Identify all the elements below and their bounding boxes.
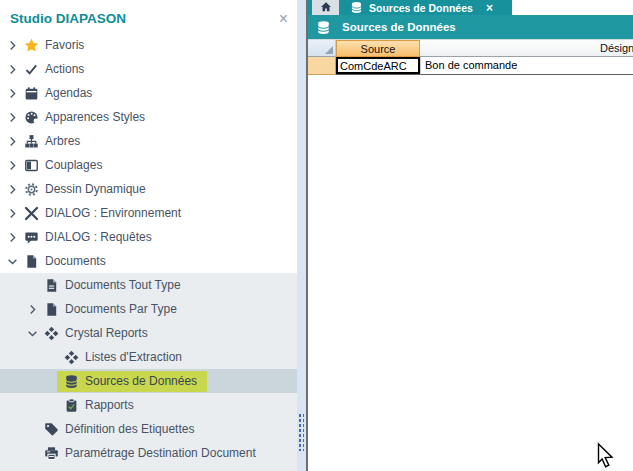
panel-header: Sources de Données	[308, 15, 633, 39]
tree-item-actions[interactable]: Actions	[0, 57, 297, 81]
tree-item-label: DIALOG : Environnement	[45, 206, 181, 220]
grid-empty-area	[308, 75, 633, 471]
sidebar: Studio DIAPASON × FavorisActionsAgendasA…	[0, 0, 297, 471]
tree-item-label: Agendas	[45, 86, 92, 100]
column-header-designation-label: Désignation	[420, 40, 633, 57]
chevron-down-icon[interactable]	[5, 254, 19, 268]
tree-item-label: Favoris	[45, 38, 84, 52]
tab-label: Sources de Données	[369, 2, 473, 14]
tree-item-label: Crystal Reports	[65, 326, 148, 340]
grid-corner-select-all[interactable]	[308, 40, 336, 57]
tree-item-label: Paramétrage Destination Document	[65, 446, 256, 460]
tree-item-favoris[interactable]: Favoris	[0, 33, 297, 57]
chevron-right-icon[interactable]	[5, 206, 19, 220]
chevron-right-icon[interactable]	[5, 182, 19, 196]
tree-item-couplages[interactable]: Couplages	[0, 153, 297, 177]
tab-close-icon[interactable]: ×	[486, 3, 493, 13]
columns-icon	[24, 158, 39, 173]
tree-item-label: Sources de Données	[85, 374, 197, 388]
database-icon	[64, 374, 79, 389]
cell-source	[336, 57, 420, 75]
star-icon	[24, 38, 39, 53]
chevron-right-icon[interactable]	[5, 158, 19, 172]
tools-icon	[24, 206, 39, 221]
tree-item-documents[interactable]: Documents	[0, 249, 297, 273]
sidebar-header: Studio DIAPASON ×	[0, 0, 297, 33]
panel-title: Sources de Données	[342, 21, 456, 33]
tree-item-dialog-requetes[interactable]: DIALOG : Requêtes	[0, 225, 297, 249]
home-icon	[320, 0, 332, 17]
chevron-right-icon[interactable]	[5, 86, 19, 100]
chevron-spacer	[25, 446, 39, 460]
data-grid: Source Désignation Bon de commande	[308, 39, 633, 75]
chevron-right-icon[interactable]	[25, 302, 39, 316]
tree-item-label: Dessin Dynamique	[45, 182, 146, 196]
tree-item-label: Apparences Styles	[45, 110, 145, 124]
tree-item-label: Documents	[45, 254, 106, 268]
tree-item-dialog-environnement[interactable]: DIALOG : Environnement	[0, 201, 297, 225]
grid-header-row: Source Désignation	[308, 39, 633, 57]
tree-item-agendas[interactable]: Agendas	[0, 81, 297, 105]
tag-icon	[44, 422, 59, 437]
printer-icon	[44, 446, 59, 461]
chat-icon	[24, 230, 39, 245]
chevron-spacer	[45, 398, 59, 412]
cell-designation[interactable]: Bon de commande	[420, 57, 633, 75]
tab-bar: Sources de Données ×	[308, 0, 633, 15]
tab-home[interactable]	[312, 0, 339, 15]
tree-item-documents-tout-type[interactable]: Documents Tout Type	[0, 273, 297, 297]
tree-item-definition-des-etiquettes[interactable]: Définition des Etiquettes	[0, 417, 297, 441]
database-icon	[316, 20, 331, 35]
tree-item-crystal-reports[interactable]: Crystal Reports	[0, 321, 297, 345]
tree-item-label: Actions	[45, 62, 84, 76]
chevron-right-icon[interactable]	[5, 134, 19, 148]
sitemap-icon	[24, 134, 39, 149]
tree-item-label: DIALOG : Requêtes	[45, 230, 152, 244]
tree-item-listes-d-extraction[interactable]: Listes d'Extraction	[0, 345, 297, 369]
database-icon	[350, 1, 363, 14]
chevron-spacer	[25, 422, 39, 436]
tree-item-sources-de-donnees[interactable]: Sources de Données	[0, 369, 297, 393]
chevron-right-icon[interactable]	[5, 230, 19, 244]
check-icon	[24, 62, 39, 77]
tree-item-label: Documents Tout Type	[65, 278, 181, 292]
column-header-designation[interactable]: Désignation	[420, 40, 633, 57]
tree-item-documents-par-type[interactable]: Documents Par Type	[0, 297, 297, 321]
tab-sources-de-donnees[interactable]: Sources de Données ×	[341, 0, 502, 15]
chevron-spacer	[45, 350, 59, 364]
app-window: Studio DIAPASON × FavorisActionsAgendasA…	[0, 0, 633, 471]
clipboard-icon	[64, 398, 79, 413]
tree-item-parametrage-destination-document[interactable]: Paramétrage Destination Document	[0, 441, 297, 465]
tree-item-label: Couplages	[45, 158, 102, 172]
navigation-tree: FavorisActionsAgendasApparences StylesAr…	[0, 33, 297, 471]
crystal-icon	[64, 350, 79, 365]
tree-item-label: Définition des Etiquettes	[65, 422, 194, 436]
tree-item-dessin-dynamique[interactable]: Dessin Dynamique	[0, 177, 297, 201]
sidebar-title: Studio DIAPASON	[10, 11, 126, 26]
chevron-down-icon[interactable]	[25, 326, 39, 340]
chevron-spacer	[25, 278, 39, 292]
main-panel: Sources de Données × Sources de Données …	[308, 0, 633, 471]
close-icon[interactable]: ×	[279, 12, 288, 26]
palette-icon	[24, 110, 39, 125]
tree-item-label: Arbres	[45, 134, 80, 148]
tree-item-rapports[interactable]: Rapports	[0, 393, 297, 417]
cell-source-editor[interactable]	[336, 57, 420, 74]
grid-row: Bon de commande	[308, 57, 633, 75]
crystal-icon	[44, 326, 59, 341]
chevron-right-icon[interactable]	[5, 62, 19, 76]
tree-item-label: Rapports	[85, 398, 134, 412]
splitter[interactable]	[297, 0, 308, 471]
chevron-right-icon[interactable]	[5, 38, 19, 52]
file-icon	[44, 302, 59, 317]
column-header-source[interactable]: Source	[336, 40, 420, 57]
file-lines-icon	[44, 278, 59, 293]
row-indicator[interactable]	[308, 57, 336, 75]
tree-item-arbres[interactable]: Arbres	[0, 129, 297, 153]
tree-item-apparences-styles[interactable]: Apparences Styles	[0, 105, 297, 129]
file-icon	[24, 254, 39, 269]
tree-item-label: Documents Par Type	[65, 302, 177, 316]
chevron-right-icon[interactable]	[5, 110, 19, 124]
gear-icon	[24, 182, 39, 197]
splitter-grip-icon	[298, 413, 304, 451]
